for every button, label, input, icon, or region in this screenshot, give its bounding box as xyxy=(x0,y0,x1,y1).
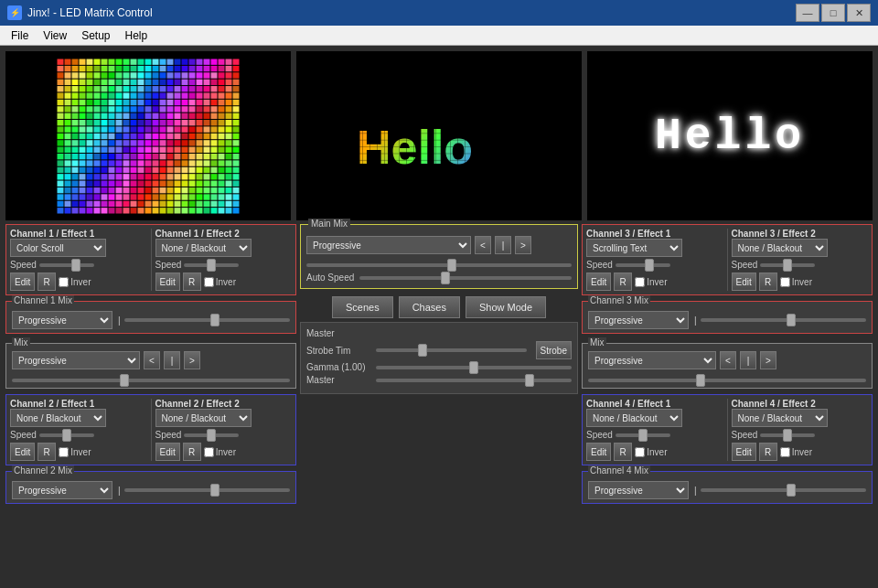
ch3-mix-nav-forward[interactable]: > xyxy=(760,351,776,369)
main-mix-select[interactable]: ProgressiveAdditive xyxy=(306,236,471,254)
ch1-edit2-button[interactable]: Edit xyxy=(155,273,180,291)
ch3-effect2-select[interactable]: None / Blackout Scrolling Text xyxy=(732,239,828,257)
ch1-speed2-slider[interactable] xyxy=(184,263,239,267)
ch3-mix2-select[interactable]: ProgressiveAdditive xyxy=(588,351,716,369)
ch1-r2-button[interactable]: R xyxy=(183,273,201,291)
mix-outer-ch3: Mix ProgressiveAdditive < | > xyxy=(582,343,873,389)
maximize-button[interactable]: □ xyxy=(821,4,845,22)
ch1-effect1-select[interactable]: Color Scroll None / Blackout xyxy=(10,239,106,257)
ch2-edit1-button[interactable]: Edit xyxy=(10,443,35,461)
gamma-slider[interactable] xyxy=(376,366,572,369)
ch4-mix-select[interactable]: ProgressiveAdditive xyxy=(588,481,689,499)
ch2-speed2-slider[interactable] xyxy=(184,433,239,437)
ch2-invert2-checkbox[interactable]: Inver xyxy=(204,447,236,457)
ch4-edit2-button[interactable]: Edit xyxy=(732,443,756,461)
ch4-r2-button[interactable]: R xyxy=(759,443,777,461)
ch2-invert1-checkbox[interactable]: Inver xyxy=(59,447,91,457)
mix-nav-back[interactable]: < xyxy=(144,351,160,369)
main-mix-nav-back[interactable]: < xyxy=(475,236,491,254)
ch1-invert2-checkbox[interactable]: Inver xyxy=(204,277,236,287)
ch1-edit1-button[interactable]: Edit xyxy=(10,273,35,291)
ch3-speed2-slider[interactable] xyxy=(760,263,815,267)
ch4-speed1-slider[interactable] xyxy=(616,433,670,437)
ch4-mix-label: Channel 4 Mix xyxy=(588,465,650,476)
mix-nav-pause[interactable]: | xyxy=(164,351,180,369)
ch3-mix-nav-pause[interactable]: | xyxy=(740,351,756,369)
ch4-r1-button[interactable]: R xyxy=(614,443,632,461)
main-mix-nav-pause[interactable]: | xyxy=(495,236,511,254)
ch2-speed1-slider[interactable] xyxy=(39,433,94,437)
ch2-effect2-select[interactable]: None / Blackout Color Scroll xyxy=(155,409,252,427)
ch3-invert1-checkbox[interactable]: Inver xyxy=(635,277,667,287)
ch1-effect2-block: Channel 1 / Effect 2 None / Blackout Col… xyxy=(151,229,293,291)
ch4-speed2-slider[interactable] xyxy=(760,433,815,437)
master-slider[interactable] xyxy=(376,379,572,382)
ch3-invert2-checkbox[interactable]: Inver xyxy=(780,277,812,287)
ch3-speed2-label: Speed xyxy=(732,260,758,270)
master-header-row: Master xyxy=(306,328,572,338)
ch1-speed1-slider[interactable] xyxy=(39,263,94,267)
ch4-mix-slider[interactable] xyxy=(701,488,866,492)
minimize-button[interactable]: — xyxy=(796,4,819,22)
auto-speed-slider[interactable] xyxy=(359,276,572,280)
ch3-speed1-slider[interactable] xyxy=(616,263,670,267)
show-mode-button[interactable]: Show Mode xyxy=(466,296,546,318)
ch1-mix-slider[interactable] xyxy=(124,318,290,322)
ch1-speed2-label: Speed xyxy=(155,260,182,270)
ch2-effect1-label: Channel 2 / Effect 1 xyxy=(10,399,147,409)
strobe-tim-label: Strobe Tim xyxy=(306,346,370,356)
hello-text: Hello xyxy=(655,112,805,161)
ch3-mix-slider[interactable] xyxy=(701,318,866,322)
ch3-speed1-label: Speed xyxy=(586,260,613,270)
strobe-tim-row: Strobe Tim Strobe xyxy=(306,341,572,359)
ch4-effect2-label: Channel 4 / Effect 2 xyxy=(732,399,869,409)
ch3-edit2-button[interactable]: Edit xyxy=(732,273,756,291)
channel2-mix-box: Channel 2 Mix ProgressiveAdditive | xyxy=(5,471,296,504)
ch2-mix-slider[interactable] xyxy=(124,488,290,492)
chases-button[interactable]: Chases xyxy=(399,296,460,318)
ch1-mix2-slider[interactable] xyxy=(12,379,290,382)
mix-nav-forward[interactable]: > xyxy=(184,351,200,369)
menu-file[interactable]: File xyxy=(4,27,36,44)
ch2-effect1-select[interactable]: None / Blackout Color Scroll xyxy=(10,409,106,427)
main-mix-nav-forward[interactable]: > xyxy=(515,236,531,254)
ch1-mix-select[interactable]: ProgressiveAdditive xyxy=(12,311,112,329)
ch1-r1-button[interactable]: R xyxy=(37,273,56,291)
menu-view[interactable]: View xyxy=(36,27,74,44)
master-row: Master xyxy=(306,375,572,385)
title-bar: ⚡ Jinx! - LED Matrix Control — □ ✕ xyxy=(0,0,878,26)
menu-help[interactable]: Help xyxy=(118,27,155,44)
ch4-invert2-checkbox[interactable]: Inver xyxy=(780,447,812,457)
ch3-effect1-select[interactable]: Scrolling Text None / Blackout xyxy=(586,239,682,257)
ch3-effect1-label: Channel 3 / Effect 1 xyxy=(586,229,723,239)
ch4-effect2-select[interactable]: None / Blackout Color Scroll xyxy=(732,409,828,427)
menu-setup[interactable]: Setup xyxy=(74,27,117,44)
strobe-tim-slider[interactable] xyxy=(376,348,527,352)
ch2-mix-select[interactable]: ProgressiveAdditive xyxy=(12,481,112,499)
strobe-button[interactable]: Strobe xyxy=(536,341,572,359)
ch1-effect2-select[interactable]: None / Blackout Color Scroll xyxy=(155,239,252,257)
ch3-r1-button[interactable]: R xyxy=(614,273,632,291)
ch3-mix2-slider[interactable] xyxy=(588,379,866,382)
ch3-mix-select[interactable]: ProgressiveAdditive xyxy=(588,311,689,329)
ch3-mix-nav-back[interactable]: < xyxy=(720,351,736,369)
ch2-effect2-label: Channel 2 / Effect 2 xyxy=(155,399,293,409)
ch2-r2-button[interactable]: R xyxy=(183,443,201,461)
ch4-edit1-button[interactable]: Edit xyxy=(586,443,611,461)
ch1-invert1-checkbox[interactable]: Inver xyxy=(59,277,91,287)
master-label: Master xyxy=(306,328,370,338)
main-content: Hello Channel 1 / Effect 1 Color Scroll … xyxy=(0,46,878,588)
ch1-mix2-select[interactable]: ProgressiveAdditive xyxy=(12,351,140,369)
main-mix-slider[interactable] xyxy=(306,263,572,267)
ch4-invert1-checkbox[interactable]: Inver xyxy=(635,447,667,457)
ch3-edit1-button[interactable]: Edit xyxy=(586,273,611,291)
ch3-effect1-block: Channel 3 / Effect 1 Scrolling Text None… xyxy=(586,229,723,291)
ch4-effect1-select[interactable]: None / Blackout Color Scroll xyxy=(586,409,682,427)
ch3-r2-button[interactable]: R xyxy=(759,273,777,291)
close-button[interactable]: ✕ xyxy=(847,4,871,22)
mix-outer-label: Mix xyxy=(12,337,30,347)
ch3-mix-label: Channel 3 Mix xyxy=(588,295,650,305)
scenes-button[interactable]: Scenes xyxy=(332,296,393,318)
ch2-r1-button[interactable]: R xyxy=(37,443,56,461)
ch2-edit2-button[interactable]: Edit xyxy=(155,443,180,461)
